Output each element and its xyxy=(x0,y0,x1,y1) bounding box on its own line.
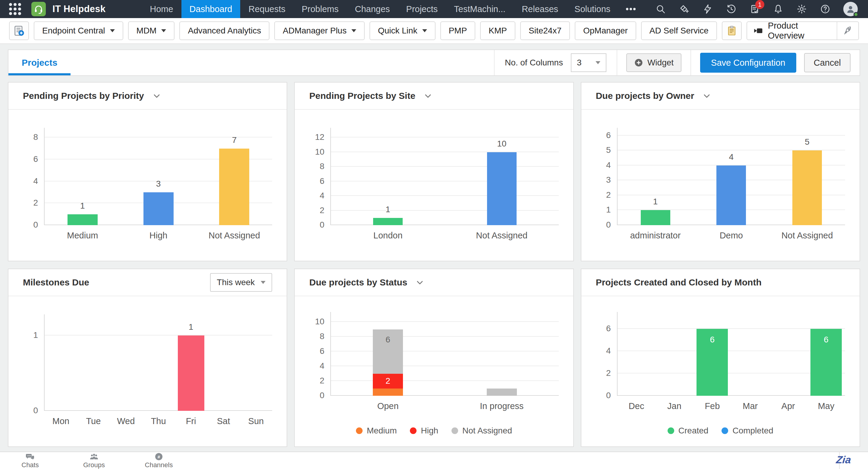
nav-item-testmachin[interactable]: TestMachin... xyxy=(446,0,514,18)
bar-segment-in-progress-not-assigned[interactable] xyxy=(487,388,517,396)
notifications-icon[interactable] xyxy=(773,4,784,14)
y-tick-label: 8 xyxy=(13,132,38,142)
gridline xyxy=(331,195,558,196)
toolbar-button-admanager-plus[interactable]: ADManager Plus xyxy=(274,22,365,40)
legend-item-created[interactable]: Created xyxy=(668,426,709,436)
bar-administrator[interactable] xyxy=(641,210,670,225)
helpdesk-logo-icon[interactable] xyxy=(31,2,46,16)
bar-not-assigned[interactable] xyxy=(219,149,249,225)
y-tick-label: 4 xyxy=(300,191,324,200)
bar-medium[interactable] xyxy=(67,214,98,225)
profile-avatar[interactable] xyxy=(843,2,858,16)
bar-not-assigned[interactable] xyxy=(487,152,517,225)
y-tick-label: 6 xyxy=(586,130,611,140)
search-icon[interactable] xyxy=(655,4,666,14)
history-icon[interactable] xyxy=(726,4,737,14)
chart-menu-chevron-icon[interactable] xyxy=(702,91,712,101)
toolbar-button-endpoint-central[interactable]: Endpoint Central xyxy=(34,22,123,40)
y-tick-label: 0 xyxy=(586,390,611,400)
toolbar-button-opmanager[interactable]: OpManager xyxy=(575,22,636,40)
cancel-button[interactable]: Cancel xyxy=(804,53,850,72)
toolbar-button-kmp[interactable]: KMP xyxy=(480,22,516,40)
bar-value-label: 6 xyxy=(805,335,847,345)
toolbar-button-site24x7[interactable]: Site24x7 xyxy=(520,22,570,40)
bar-not-assigned[interactable] xyxy=(792,150,822,225)
toolbar-button-label: ADManager Plus xyxy=(283,26,347,36)
bar-demo[interactable] xyxy=(716,165,746,225)
tab-projects[interactable]: Projects xyxy=(8,50,70,75)
help-icon[interactable] xyxy=(820,4,831,14)
nav-more-icon[interactable] xyxy=(618,0,643,18)
legend-item-not-assigned[interactable]: Not Assigned xyxy=(452,426,512,436)
legend-item-high[interactable]: High xyxy=(410,426,438,436)
chart-body: 01MonTueWedThuFri1SatSun xyxy=(8,297,287,446)
footer-chats[interactable]: Chats xyxy=(9,453,51,469)
columns-select[interactable]: 3 xyxy=(571,53,607,72)
gridline xyxy=(331,321,558,322)
chart-period-select[interactable]: This week xyxy=(210,273,272,292)
nav-item-projects[interactable]: Projects xyxy=(398,0,446,18)
nav-item-home[interactable]: Home xyxy=(142,0,181,18)
new-dashboard-icon[interactable] xyxy=(9,22,29,40)
product-overview-button[interactable]: Product Overview xyxy=(747,22,859,40)
chart-menu-chevron-icon[interactable] xyxy=(415,278,425,287)
bar-london[interactable] xyxy=(373,218,403,225)
legend-dot xyxy=(668,428,674,434)
gridline xyxy=(44,410,272,411)
app-grid-icon[interactable] xyxy=(9,3,21,15)
toolbar-button-ad-self-service[interactable]: AD Self Service xyxy=(641,22,717,40)
nav-item-solutions[interactable]: Solutions xyxy=(566,0,618,18)
gridline xyxy=(331,152,558,152)
footer-groups[interactable]: Groups xyxy=(73,453,115,469)
bar-segment-open-medium[interactable] xyxy=(373,388,403,396)
chart-plot: 0246DecJanFeb6MarAprMay6 xyxy=(617,312,845,396)
charts-grid: Pending Projects by Priority02468Medium1… xyxy=(8,82,860,447)
tasks-icon[interactable]: 1 xyxy=(749,4,760,14)
nav-item-dashboard[interactable]: Dashboard xyxy=(181,0,241,18)
toolbar-button-mdm[interactable]: MDM xyxy=(128,22,175,40)
quick-links-toolbar: Endpoint CentralMDMAdvanced AnalyticsADM… xyxy=(0,18,868,44)
flash-icon[interactable] xyxy=(702,4,713,14)
chart-period-value: This week xyxy=(217,278,255,287)
plus-circle-icon xyxy=(634,58,643,67)
strip-controls: No. of Columns 3 Widget Save Configurati… xyxy=(494,50,860,75)
nav-right-icons: 1 xyxy=(655,0,868,18)
chart-header: Milestones DueThis week xyxy=(8,269,287,296)
nav-item-problems[interactable]: Problems xyxy=(293,0,347,18)
chart-panel-pending-projects-by-priority: Pending Projects by Priority02468Medium1… xyxy=(8,82,287,261)
bar-fri[interactable] xyxy=(178,336,204,411)
toolbar-button-advanced-analytics[interactable]: Advanced Analytics xyxy=(179,22,270,40)
bar-high[interactable] xyxy=(144,192,174,225)
zia-logo[interactable]: Zia xyxy=(827,454,861,466)
settings-icon[interactable] xyxy=(796,4,807,14)
legend-item-completed[interactable]: Completed xyxy=(721,426,773,436)
footer-channels[interactable]: # Channels xyxy=(138,453,180,469)
y-tick-label: 4 xyxy=(300,361,324,371)
chart-panel-due-projects-by-status: Due projects by Status0246810Open26In pr… xyxy=(294,269,574,447)
rocket-icon[interactable] xyxy=(837,22,858,39)
toolbar-button-pmp[interactable]: PMP xyxy=(440,22,475,40)
nav-item-requests[interactable]: Requests xyxy=(240,0,293,18)
nav-item-changes[interactable]: Changes xyxy=(347,0,398,18)
gridline xyxy=(44,335,272,336)
chart-title: Due projects by Status xyxy=(309,277,407,287)
legend-item-medium[interactable]: Medium xyxy=(356,426,397,436)
save-configuration-button[interactable]: Save Configuration xyxy=(700,53,796,73)
chart-header: Pending Projects by Site xyxy=(295,83,573,110)
toolbar-button-quick-link[interactable]: Quick Link xyxy=(370,22,435,40)
bar-value-label: 1 xyxy=(634,197,677,207)
add-widget-button[interactable]: Widget xyxy=(626,53,681,72)
nav-item-releases[interactable]: Releases xyxy=(514,0,566,18)
clipboard-icon[interactable] xyxy=(722,22,742,40)
online-status-dot xyxy=(854,12,858,17)
gridline xyxy=(331,224,558,225)
ticket-add-icon[interactable] xyxy=(679,4,689,14)
y-tick-label: 12 xyxy=(300,132,324,142)
legend-dot xyxy=(410,428,416,434)
chart-menu-chevron-icon[interactable] xyxy=(423,91,433,101)
chart-body: 024681012London1Not Assigned10 xyxy=(295,110,573,261)
chart-legend: MediumHighNot Assigned xyxy=(295,426,573,436)
x-category-label: Sun xyxy=(211,416,301,426)
chart-menu-chevron-icon[interactable] xyxy=(152,91,161,101)
bar-value-label: 4 xyxy=(710,152,752,162)
